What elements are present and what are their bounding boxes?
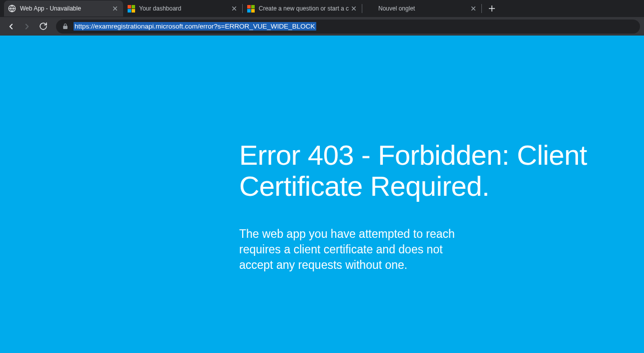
address-bar[interactable]: https://examregistrationapi.microsoft.co… [56, 20, 640, 34]
forward-button[interactable] [20, 20, 34, 34]
tab-title: Web App - Unavailable [20, 5, 111, 12]
globe-icon [8, 5, 16, 13]
browser-tab[interactable]: Create a new question or start a c [243, 1, 362, 17]
browser-toolbar: https://examregistrationapi.microsoft.co… [0, 17, 644, 36]
error-message: The web app you have attempted to reach … [239, 226, 474, 273]
browser-tab[interactable]: Nouvel onglet [362, 1, 481, 17]
blank-tab-icon [366, 5, 374, 13]
tab-close-button[interactable] [469, 5, 477, 13]
browser-tab[interactable]: Your dashboard [123, 1, 242, 17]
reload-button[interactable] [36, 20, 50, 34]
error-heading: Error 403 - Forbidden: Client Certificat… [239, 140, 609, 201]
new-tab-button[interactable] [485, 2, 499, 16]
tab-close-button[interactable] [230, 5, 238, 13]
lock-icon [62, 23, 69, 30]
tab-close-button[interactable] [111, 5, 119, 13]
microsoft-logo-icon [127, 5, 135, 13]
browser-tab-active[interactable]: Web App - Unavailable [4, 1, 123, 17]
tab-title: Nouvel onglet [378, 5, 469, 12]
tab-separator [481, 4, 482, 13]
tab-title: Your dashboard [139, 5, 230, 12]
microsoft-logo-icon [247, 5, 255, 13]
url-text: https://examregistrationapi.microsoft.co… [74, 22, 316, 31]
browser-tab-bar: Web App - Unavailable Your dashboard Cre… [0, 0, 644, 17]
error-page-content: Error 403 - Forbidden: Client Certificat… [0, 36, 644, 353]
tab-close-button[interactable] [350, 5, 358, 13]
tab-title: Create a new question or start a c [259, 5, 350, 12]
back-button[interactable] [4, 20, 18, 34]
